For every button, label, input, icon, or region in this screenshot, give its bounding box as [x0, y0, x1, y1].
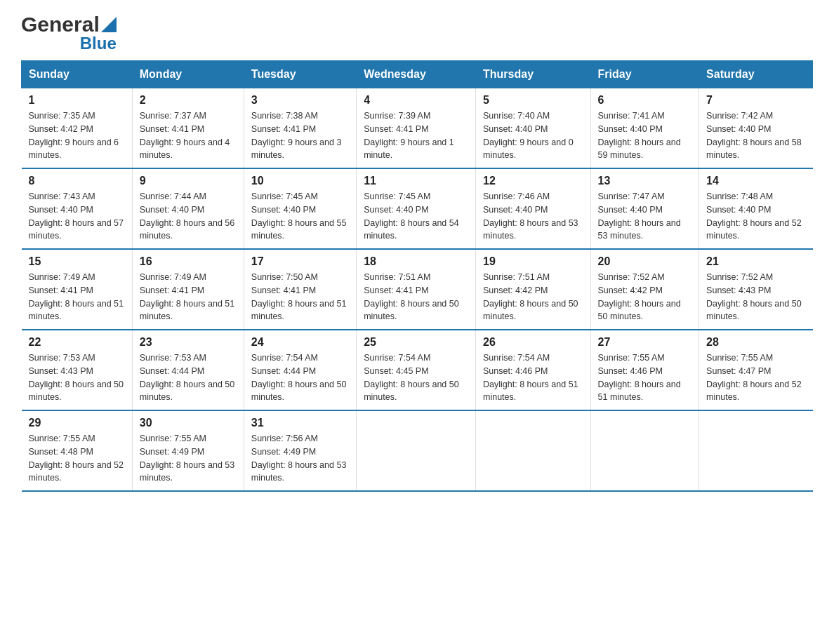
day-info: Sunrise: 7:53 AM Sunset: 4:43 PM Dayligh…	[29, 353, 124, 402]
day-number: 19	[483, 255, 583, 268]
day-number: 10	[251, 175, 349, 187]
day-info: Sunrise: 7:48 AM Sunset: 4:40 PM Dayligh…	[706, 192, 802, 241]
day-number: 26	[483, 336, 583, 349]
calendar-cell: 20 Sunrise: 7:52 AM Sunset: 4:42 PM Dayl…	[590, 249, 699, 330]
day-number: 11	[364, 175, 468, 187]
calendar-cell: 5 Sunrise: 7:40 AM Sunset: 4:40 PM Dayli…	[476, 88, 591, 169]
day-info: Sunrise: 7:56 AM Sunset: 4:49 PM Dayligh…	[251, 434, 347, 483]
calendar-header-saturday: Saturday	[699, 61, 813, 88]
calendar-week-row: 22 Sunrise: 7:53 AM Sunset: 4:43 PM Dayl…	[22, 330, 813, 410]
day-info: Sunrise: 7:37 AM Sunset: 4:41 PM Dayligh…	[140, 111, 230, 160]
calendar-cell	[590, 410, 699, 491]
day-info: Sunrise: 7:46 AM Sunset: 4:40 PM Dayligh…	[483, 192, 578, 241]
calendar-cell	[476, 410, 591, 491]
day-info: Sunrise: 7:49 AM Sunset: 4:41 PM Dayligh…	[140, 272, 235, 321]
calendar-cell: 7 Sunrise: 7:42 AM Sunset: 4:40 PM Dayli…	[699, 88, 813, 169]
logo-arrow-icon	[101, 17, 117, 32]
day-info: Sunrise: 7:50 AM Sunset: 4:41 PM Dayligh…	[251, 272, 347, 321]
day-info: Sunrise: 7:35 AM Sunset: 4:42 PM Dayligh…	[29, 111, 119, 160]
day-number: 21	[706, 255, 805, 268]
calendar-cell: 25 Sunrise: 7:54 AM Sunset: 4:45 PM Dayl…	[357, 330, 476, 410]
calendar-cell: 10 Sunrise: 7:45 AM Sunset: 4:40 PM Dayl…	[244, 168, 356, 249]
calendar-cell: 17 Sunrise: 7:50 AM Sunset: 4:41 PM Dayl…	[244, 249, 356, 330]
day-info: Sunrise: 7:55 AM Sunset: 4:48 PM Dayligh…	[29, 434, 124, 483]
calendar-cell: 22 Sunrise: 7:53 AM Sunset: 4:43 PM Dayl…	[22, 330, 133, 410]
day-number: 20	[598, 255, 692, 268]
day-number: 18	[364, 255, 468, 268]
day-info: Sunrise: 7:44 AM Sunset: 4:40 PM Dayligh…	[140, 192, 235, 241]
day-info: Sunrise: 7:38 AM Sunset: 4:41 PM Dayligh…	[251, 111, 342, 160]
day-number: 7	[706, 94, 805, 107]
day-number: 24	[251, 336, 349, 349]
day-number: 12	[483, 175, 583, 187]
calendar-cell: 1 Sunrise: 7:35 AM Sunset: 4:42 PM Dayli…	[22, 88, 133, 169]
day-info: Sunrise: 7:52 AM Sunset: 4:42 PM Dayligh…	[598, 272, 681, 321]
calendar-cell: 21 Sunrise: 7:52 AM Sunset: 4:43 PM Dayl…	[699, 249, 813, 330]
calendar-cell: 14 Sunrise: 7:48 AM Sunset: 4:40 PM Dayl…	[699, 168, 813, 249]
calendar-week-row: 29 Sunrise: 7:55 AM Sunset: 4:48 PM Dayl…	[22, 410, 813, 491]
calendar-cell: 26 Sunrise: 7:54 AM Sunset: 4:46 PM Dayl…	[476, 330, 591, 410]
logo-general-text: General	[21, 14, 100, 35]
calendar-cell: 18 Sunrise: 7:51 AM Sunset: 4:41 PM Dayl…	[357, 249, 476, 330]
calendar-cell	[357, 410, 476, 491]
calendar-cell: 19 Sunrise: 7:51 AM Sunset: 4:42 PM Dayl…	[476, 249, 591, 330]
calendar-week-row: 15 Sunrise: 7:49 AM Sunset: 4:41 PM Dayl…	[22, 249, 813, 330]
day-number: 1	[29, 94, 125, 107]
calendar-cell: 24 Sunrise: 7:54 AM Sunset: 4:44 PM Dayl…	[244, 330, 356, 410]
day-number: 8	[29, 175, 125, 187]
calendar-week-row: 1 Sunrise: 7:35 AM Sunset: 4:42 PM Dayli…	[22, 88, 813, 169]
day-number: 14	[706, 175, 805, 187]
day-number: 31	[251, 417, 349, 429]
logo: General Blue	[21, 14, 117, 53]
calendar-cell: 28 Sunrise: 7:55 AM Sunset: 4:47 PM Dayl…	[699, 330, 813, 410]
day-number: 30	[140, 417, 237, 429]
day-number: 13	[598, 175, 692, 187]
day-info: Sunrise: 7:41 AM Sunset: 4:40 PM Dayligh…	[598, 111, 681, 160]
calendar-cell: 11 Sunrise: 7:45 AM Sunset: 4:40 PM Dayl…	[357, 168, 476, 249]
day-info: Sunrise: 7:39 AM Sunset: 4:41 PM Dayligh…	[364, 111, 454, 160]
calendar-header-row: SundayMondayTuesdayWednesdayThursdayFrid…	[22, 61, 813, 88]
day-info: Sunrise: 7:47 AM Sunset: 4:40 PM Dayligh…	[598, 192, 681, 241]
day-number: 9	[140, 175, 237, 187]
calendar-cell: 29 Sunrise: 7:55 AM Sunset: 4:48 PM Dayl…	[22, 410, 133, 491]
day-number: 25	[364, 336, 468, 349]
calendar-cell	[699, 410, 813, 491]
svg-marker-0	[101, 17, 117, 32]
logo-blue-text: Blue	[80, 34, 117, 53]
day-info: Sunrise: 7:51 AM Sunset: 4:41 PM Dayligh…	[364, 272, 459, 321]
day-number: 28	[706, 336, 805, 349]
day-number: 23	[140, 336, 237, 349]
day-info: Sunrise: 7:55 AM Sunset: 4:46 PM Dayligh…	[598, 353, 681, 402]
day-info: Sunrise: 7:52 AM Sunset: 4:43 PM Dayligh…	[706, 272, 802, 321]
day-number: 2	[140, 94, 237, 107]
day-info: Sunrise: 7:51 AM Sunset: 4:42 PM Dayligh…	[483, 272, 578, 321]
day-number: 17	[251, 255, 349, 268]
day-number: 15	[29, 255, 125, 268]
calendar-table: SundayMondayTuesdayWednesdayThursdayFrid…	[21, 60, 813, 492]
day-number: 6	[598, 94, 692, 107]
calendar-header-wednesday: Wednesday	[357, 61, 476, 88]
calendar-header-sunday: Sunday	[22, 61, 133, 88]
calendar-cell: 15 Sunrise: 7:49 AM Sunset: 4:41 PM Dayl…	[22, 249, 133, 330]
day-info: Sunrise: 7:53 AM Sunset: 4:44 PM Dayligh…	[140, 353, 235, 402]
calendar-cell: 16 Sunrise: 7:49 AM Sunset: 4:41 PM Dayl…	[132, 249, 244, 330]
calendar-header-friday: Friday	[590, 61, 699, 88]
day-info: Sunrise: 7:45 AM Sunset: 4:40 PM Dayligh…	[364, 192, 459, 241]
calendar-cell: 27 Sunrise: 7:55 AM Sunset: 4:46 PM Dayl…	[590, 330, 699, 410]
calendar-cell: 2 Sunrise: 7:37 AM Sunset: 4:41 PM Dayli…	[132, 88, 244, 169]
calendar-cell: 13 Sunrise: 7:47 AM Sunset: 4:40 PM Dayl…	[590, 168, 699, 249]
day-number: 3	[251, 94, 349, 107]
calendar-header-thursday: Thursday	[476, 61, 591, 88]
day-info: Sunrise: 7:55 AM Sunset: 4:49 PM Dayligh…	[140, 434, 235, 483]
calendar-cell: 31 Sunrise: 7:56 AM Sunset: 4:49 PM Dayl…	[244, 410, 356, 491]
day-info: Sunrise: 7:54 AM Sunset: 4:44 PM Dayligh…	[251, 353, 347, 402]
day-number: 5	[483, 94, 583, 107]
day-number: 22	[29, 336, 125, 349]
day-info: Sunrise: 7:43 AM Sunset: 4:40 PM Dayligh…	[29, 192, 124, 241]
day-info: Sunrise: 7:42 AM Sunset: 4:40 PM Dayligh…	[706, 111, 802, 160]
day-info: Sunrise: 7:40 AM Sunset: 4:40 PM Dayligh…	[483, 111, 574, 160]
calendar-cell: 3 Sunrise: 7:38 AM Sunset: 4:41 PM Dayli…	[244, 88, 356, 169]
logo-inner: General Blue	[21, 14, 117, 53]
day-info: Sunrise: 7:55 AM Sunset: 4:47 PM Dayligh…	[706, 353, 802, 402]
day-info: Sunrise: 7:54 AM Sunset: 4:45 PM Dayligh…	[364, 353, 459, 402]
